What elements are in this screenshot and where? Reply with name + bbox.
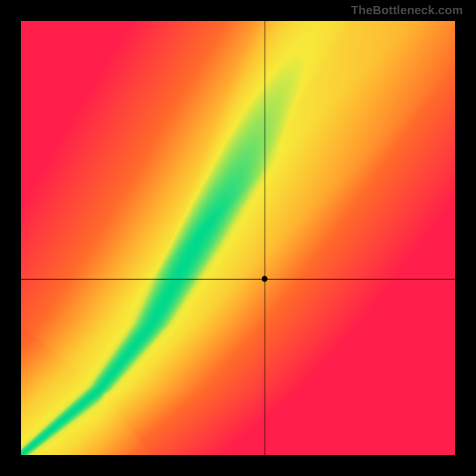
- watermark-text: TheBottleneck.com: [351, 4, 463, 17]
- chart-container: TheBottleneck.com: [0, 0, 476, 476]
- bottleneck-heatmap: [21, 21, 455, 455]
